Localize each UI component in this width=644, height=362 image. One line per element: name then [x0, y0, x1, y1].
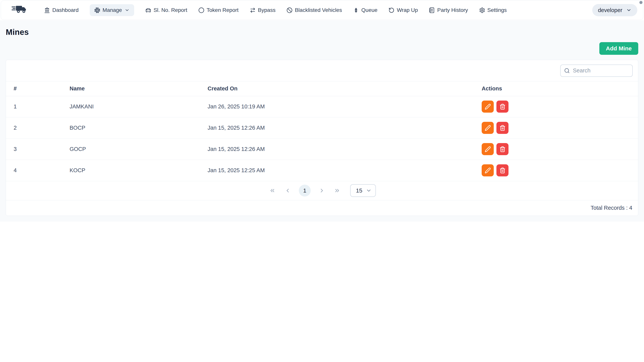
circle-icon	[198, 7, 204, 13]
cell-name: GOCP	[62, 138, 200, 160]
cell-index: 4	[6, 160, 62, 181]
current-page-indicator[interactable]: 1	[299, 185, 311, 197]
chevrons-right-icon	[334, 188, 340, 194]
ban-icon	[286, 7, 292, 13]
cell-created-on: Jan 15, 2025 12:25 AM	[200, 160, 474, 181]
card-footer: Total Records : 4	[6, 200, 638, 216]
cell-created-on: Jan 15, 2025 12:26 AM	[200, 117, 474, 138]
table-header-row: # Name Created On Actions	[6, 81, 638, 96]
edit-button[interactable]	[482, 122, 494, 134]
table-row: 2 BOCP Jan 15, 2025 12:26 AM	[6, 117, 638, 138]
search-input[interactable]	[560, 64, 633, 77]
nav-item-label: Party History	[437, 7, 468, 13]
triangles-up-down-icon	[353, 7, 359, 13]
nav-item-label: Settings	[488, 7, 507, 13]
delete-button[interactable]	[496, 164, 508, 176]
table-row: 4 KOCP Jan 15, 2025 12:25 AM	[6, 160, 638, 181]
nav-item-bypass[interactable]: Bypass	[250, 7, 276, 13]
column-header-name: Name	[62, 81, 200, 96]
nav-item-settings[interactable]: Settings	[479, 7, 507, 13]
chevron-right-icon	[319, 188, 325, 194]
column-header-actions: Actions	[474, 81, 638, 96]
nav-item-queue[interactable]: Queue	[353, 7, 378, 13]
nav-item-label: Wrap Up	[397, 7, 418, 13]
nav-item-label: Sl. No. Report	[154, 7, 187, 13]
nav-item-wrap-up[interactable]: Wrap Up	[388, 7, 418, 13]
gear-icon	[479, 7, 485, 13]
table-row: 1 JAMKANI Jan 26, 2025 10:19 AM	[6, 96, 638, 117]
card-toolbar	[6, 60, 638, 81]
next-page-button[interactable]	[318, 186, 326, 195]
edit-button[interactable]	[482, 164, 494, 176]
trash-icon	[500, 104, 506, 110]
top-navbar: Dashboard Manage Sl. No. Report Token Re…	[1, 0, 643, 20]
nav-item-dashboard[interactable]: Dashboard	[44, 7, 78, 13]
trash-icon	[500, 167, 506, 174]
trash-icon	[500, 125, 506, 131]
nav-item-label: Queue	[361, 7, 378, 13]
column-header-created-on: Created On	[200, 81, 474, 96]
history-icon	[388, 7, 394, 13]
arrows-right-left-icon	[250, 7, 256, 13]
delete-button[interactable]	[496, 122, 508, 134]
cell-created-on: Jan 15, 2025 12:26 AM	[200, 138, 474, 160]
nav-item-blacklisted-vehicles[interactable]: Blacklisted Vehicles	[286, 7, 342, 13]
chevrons-left-icon	[269, 188, 276, 194]
chevron-down-icon	[124, 8, 130, 13]
chevron-down-icon	[626, 7, 632, 13]
mines-card: # Name Created On Actions 1 JAMKANI Jan …	[6, 60, 638, 216]
page-size-select[interactable]: 15	[350, 184, 376, 197]
pencil-icon	[485, 125, 491, 131]
cell-created-on: Jan 26, 2025 10:19 AM	[200, 96, 474, 117]
first-page-button[interactable]	[268, 186, 276, 195]
user-menu-label: developer	[598, 7, 622, 13]
scrollbar-thumb-dot	[640, 1, 642, 4]
nav-item-label: Blacklisted Vehicles	[295, 7, 342, 13]
pagination: 1 15	[6, 181, 638, 200]
last-page-button[interactable]	[333, 186, 341, 195]
pencil-icon	[485, 167, 491, 174]
pencil-icon	[485, 104, 491, 110]
table-row: 3 GOCP Jan 15, 2025 12:26 AM	[6, 138, 638, 160]
cell-index: 1	[6, 96, 62, 117]
app-logo-truck[interactable]	[11, 4, 29, 16]
page-title: Mines	[6, 27, 638, 37]
cell-name: JAMKANI	[62, 96, 200, 117]
main-content: Mines Add Mine # Name Created On Actions…	[0, 20, 644, 222]
notebook-icon	[429, 7, 435, 13]
cell-name: BOCP	[62, 117, 200, 138]
delete-button[interactable]	[496, 143, 508, 155]
mines-table: # Name Created On Actions 1 JAMKANI Jan …	[6, 81, 638, 181]
nav-menu: Dashboard Manage Sl. No. Report Token Re…	[44, 4, 507, 16]
nav-item-label: Token Report	[206, 7, 239, 13]
cell-index: 3	[6, 138, 62, 160]
edit-button[interactable]	[482, 143, 494, 155]
landmark-icon	[44, 7, 50, 13]
truck-icon	[11, 4, 29, 16]
cell-name: KOCP	[62, 160, 200, 181]
add-mine-button[interactable]: Add Mine	[599, 42, 638, 55]
column-header-index: #	[6, 81, 62, 96]
edit-button[interactable]	[482, 100, 494, 113]
nav-item-token-report[interactable]: Token Report	[198, 7, 239, 13]
page-size-value: 15	[356, 187, 362, 194]
nav-item-label: Manage	[102, 7, 122, 13]
total-records-text: Total Records : 4	[590, 205, 632, 211]
nav-item-manage[interactable]: Manage	[90, 4, 134, 16]
table-body: 1 JAMKANI Jan 26, 2025 10:19 AM 2	[6, 96, 638, 181]
nav-item-sl-no-report[interactable]: Sl. No. Report	[145, 7, 187, 13]
search-icon	[564, 68, 570, 73]
slack-icon	[94, 7, 100, 13]
chevron-left-icon	[284, 188, 291, 194]
trash-icon	[500, 146, 506, 152]
delete-button[interactable]	[496, 100, 508, 113]
nav-item-label: Dashboard	[52, 7, 78, 13]
user-menu[interactable]: developer	[592, 4, 637, 16]
previous-page-button[interactable]	[284, 186, 292, 195]
nav-item-party-history[interactable]: Party History	[429, 7, 468, 13]
pencil-icon	[485, 146, 491, 152]
nav-item-label: Bypass	[258, 7, 276, 13]
chevron-down-icon	[366, 188, 372, 193]
car-front-icon	[145, 7, 151, 13]
cell-index: 2	[6, 117, 62, 138]
